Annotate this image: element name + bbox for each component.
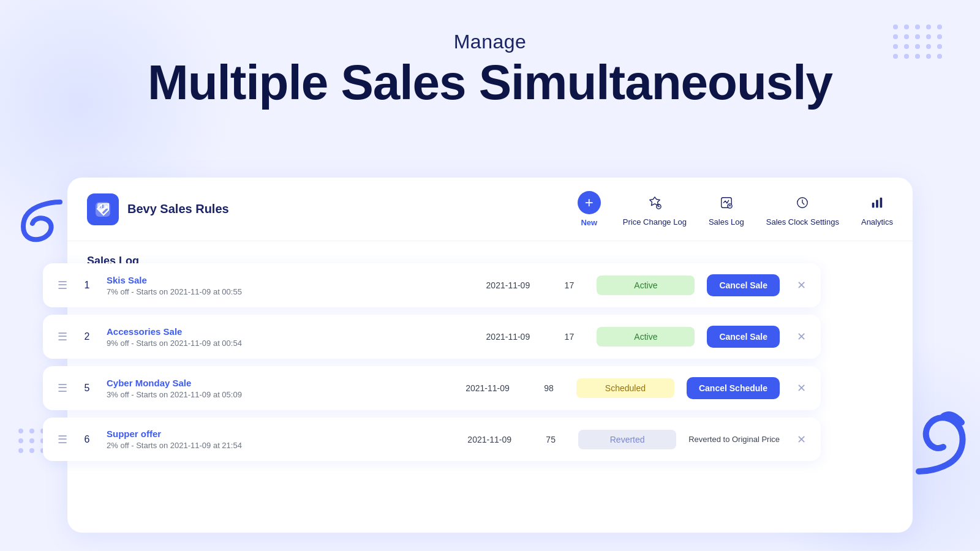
- table-row: ☰ 2 Accessories Sale 9% off - Starts on …: [43, 315, 821, 359]
- drag-handle[interactable]: ☰: [58, 279, 67, 292]
- hero-section: Manage Multiple Sales Simultaneously: [0, 31, 980, 110]
- sale-date: 2021-11-09: [474, 280, 541, 290]
- row-number: 2: [80, 331, 94, 342]
- nav-price-change-log[interactable]: Price Change Log: [623, 192, 687, 227]
- sale-date: 2021-11-09: [454, 383, 521, 393]
- sale-name: Cyber Monday Sale: [107, 378, 442, 388]
- row-info: Cyber Monday Sale 3% off - Starts on 202…: [107, 378, 442, 399]
- close-icon[interactable]: ✕: [797, 381, 806, 395]
- row-number: 5: [80, 383, 94, 394]
- sale-name: Supper offer: [107, 429, 443, 439]
- clock-icon: [791, 192, 813, 214]
- plus-icon: +: [578, 191, 601, 214]
- sale-date: 2021-11-09: [456, 435, 523, 444]
- sale-count: 75: [535, 435, 566, 444]
- sale-date: 2021-11-09: [474, 332, 541, 342]
- svg-point-6: [657, 204, 661, 209]
- nav-analytics[interactable]: Analytics: [861, 192, 893, 227]
- table-row: ☰ 6 Supper offer 2% off - Starts on 2021…: [43, 418, 821, 461]
- sale-count: 98: [533, 383, 564, 393]
- row-info: Supper offer 2% off - Starts on 2021-11-…: [107, 429, 443, 450]
- sale-name: Skis Sale: [107, 275, 462, 285]
- analytics-icon: [866, 192, 888, 214]
- svg-point-5: [105, 205, 107, 208]
- sale-desc: 9% off - Starts on 2021-11-09 at 00:54: [107, 339, 462, 348]
- sale-desc: 3% off - Starts on 2021-11-09 at 05:09: [107, 390, 442, 399]
- close-icon[interactable]: ✕: [797, 279, 806, 292]
- price-change-icon: [644, 192, 666, 214]
- logo-icon: [94, 201, 111, 218]
- close-icon[interactable]: ✕: [797, 433, 806, 446]
- row-info: Accessories Sale 9% off - Starts on 2021…: [107, 326, 462, 348]
- close-icon[interactable]: ✕: [797, 330, 806, 343]
- status-badge: Active: [597, 276, 695, 295]
- nav-analytics-label: Analytics: [861, 217, 893, 227]
- sale-count: 17: [554, 332, 584, 342]
- sales-log-icon: [715, 192, 737, 214]
- nav-new[interactable]: + New: [578, 191, 601, 227]
- nav-sales-log-label: Sales Log: [709, 217, 744, 227]
- table-row: ☰ 5 Cyber Monday Sale 3% off - Starts on…: [43, 366, 821, 410]
- sale-desc: 2% off - Starts on 2021-11-09 at 21:54: [107, 441, 443, 450]
- swirl-left-decoration: [17, 190, 66, 251]
- cancel-sale-button[interactable]: Cancel Sale: [707, 326, 780, 348]
- svg-rect-12: [880, 198, 883, 208]
- nav-price-change-label: Price Change Log: [623, 217, 687, 227]
- reverted-label: Reverted to Original Price: [688, 435, 780, 444]
- cancel-sale-button[interactable]: Cancel Sale: [707, 274, 780, 296]
- hero-title: Multiple Sales Simultaneously: [0, 56, 980, 110]
- cancel-schedule-button[interactable]: Cancel Schedule: [687, 377, 780, 399]
- row-info: Skis Sale 7% off - Starts on 2021-11-09 …: [107, 275, 462, 296]
- nav-sales-log[interactable]: Sales Log: [709, 192, 744, 227]
- svg-point-8: [728, 204, 732, 208]
- nav-actions: + New Price Change Log: [578, 191, 893, 227]
- table-row: ☰ 1 Skis Sale 7% off - Starts on 2021-11…: [43, 263, 821, 307]
- row-number: 6: [80, 434, 94, 445]
- sale-count: 17: [554, 280, 584, 290]
- sale-name: Accessories Sale: [107, 326, 462, 337]
- svg-rect-11: [876, 200, 878, 208]
- nav-sales-clock-label: Sales Clock Settings: [766, 217, 839, 227]
- drag-handle[interactable]: ☰: [58, 433, 67, 446]
- hero-subtitle: Manage: [0, 31, 980, 53]
- row-number: 1: [80, 280, 94, 291]
- card-header: Bevy Sales Rules + New Price Change Log: [67, 178, 913, 241]
- nav-new-label: New: [581, 218, 597, 227]
- app-logo: [87, 193, 119, 225]
- sale-desc: 7% off - Starts on 2021-11-09 at 00:55: [107, 287, 462, 296]
- nav-sales-clock-settings[interactable]: Sales Clock Settings: [766, 192, 839, 227]
- app-title: Bevy Sales Rules: [127, 202, 229, 216]
- drag-handle[interactable]: ☰: [58, 330, 67, 343]
- drag-handle[interactable]: ☰: [58, 381, 67, 395]
- status-badge: Scheduled: [576, 378, 674, 398]
- status-badge: Reverted: [578, 430, 676, 449]
- sales-rows-container: ☰ 1 Skis Sale 7% off - Starts on 2021-11…: [43, 263, 980, 461]
- svg-rect-10: [872, 203, 875, 208]
- status-badge: Active: [597, 327, 695, 347]
